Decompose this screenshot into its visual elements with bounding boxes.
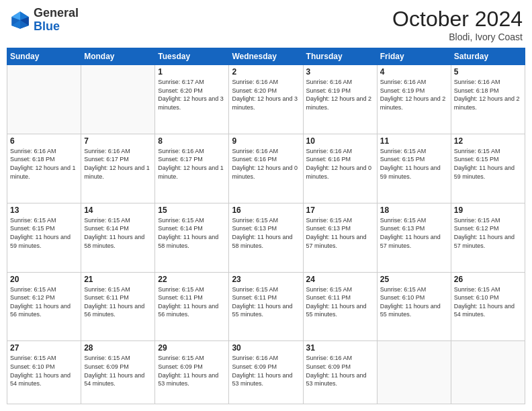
day-info: Sunrise: 6:15 AM Sunset: 6:10 PM Dayligh… [454, 285, 522, 319]
day-number: 9 [232, 136, 300, 146]
day-info: Sunrise: 6:15 AM Sunset: 6:11 PM Dayligh… [158, 285, 226, 319]
calendar-cell: 24Sunrise: 6:15 AM Sunset: 6:11 PM Dayli… [303, 272, 377, 341]
day-info: Sunrise: 6:15 AM Sunset: 6:13 PM Dayligh… [380, 216, 448, 250]
calendar-cell: 3Sunrise: 6:16 AM Sunset: 6:19 PM Daylig… [303, 65, 377, 134]
day-info: Sunrise: 6:15 AM Sunset: 6:15 PM Dayligh… [454, 147, 522, 181]
day-info: Sunrise: 6:15 AM Sunset: 6:14 PM Dayligh… [84, 216, 152, 250]
week-row-1: 1Sunrise: 6:17 AM Sunset: 6:20 PM Daylig… [7, 65, 525, 134]
header-tuesday: Tuesday [155, 48, 229, 65]
day-info: Sunrise: 6:15 AM Sunset: 6:15 PM Dayligh… [10, 216, 78, 250]
calendar-cell: 23Sunrise: 6:15 AM Sunset: 6:11 PM Dayli… [229, 272, 303, 341]
day-info: Sunrise: 6:16 AM Sunset: 6:20 PM Dayligh… [232, 78, 300, 111]
day-number: 5 [454, 67, 522, 77]
day-number: 17 [306, 205, 374, 215]
day-info: Sunrise: 6:15 AM Sunset: 6:14 PM Dayligh… [158, 216, 226, 250]
calendar-cell: 26Sunrise: 6:15 AM Sunset: 6:10 PM Dayli… [451, 272, 525, 341]
calendar-cell: 5Sunrise: 6:16 AM Sunset: 6:18 PM Daylig… [451, 65, 525, 134]
calendar-cell: 9Sunrise: 6:16 AM Sunset: 6:16 PM Daylig… [229, 134, 303, 203]
week-row-5: 27Sunrise: 6:15 AM Sunset: 6:10 PM Dayli… [7, 341, 525, 404]
calendar-cell: 17Sunrise: 6:15 AM Sunset: 6:13 PM Dayli… [303, 203, 377, 272]
calendar-cell [451, 341, 525, 404]
day-number: 1 [158, 67, 226, 77]
day-number: 30 [232, 343, 300, 353]
day-number: 26 [454, 275, 522, 284]
day-info: Sunrise: 6:16 AM Sunset: 6:17 PM Dayligh… [158, 147, 226, 181]
logo: General Blue [9, 7, 79, 34]
calendar-cell: 27Sunrise: 6:15 AM Sunset: 6:10 PM Dayli… [7, 341, 81, 404]
weekday-header-row: Sunday Monday Tuesday Wednesday Thursday… [7, 48, 525, 65]
calendar-cell: 1Sunrise: 6:17 AM Sunset: 6:20 PM Daylig… [155, 65, 229, 134]
day-info: Sunrise: 6:16 AM Sunset: 6:17 PM Dayligh… [84, 147, 152, 181]
header: General Blue October 2024 Blodi, Ivory C… [7, 7, 525, 42]
day-number: 22 [158, 275, 226, 284]
calendar-cell: 21Sunrise: 6:15 AM Sunset: 6:11 PM Dayli… [81, 272, 155, 341]
day-info: Sunrise: 6:15 AM Sunset: 6:10 PM Dayligh… [10, 354, 78, 387]
calendar-cell: 12Sunrise: 6:15 AM Sunset: 6:15 PM Dayli… [451, 134, 525, 203]
day-info: Sunrise: 6:15 AM Sunset: 6:12 PM Dayligh… [10, 285, 78, 319]
week-row-2: 6Sunrise: 6:16 AM Sunset: 6:18 PM Daylig… [7, 134, 525, 203]
calendar-cell: 29Sunrise: 6:15 AM Sunset: 6:09 PM Dayli… [155, 341, 229, 404]
header-sunday: Sunday [7, 48, 81, 65]
calendar-cell: 20Sunrise: 6:15 AM Sunset: 6:12 PM Dayli… [7, 272, 81, 341]
calendar-cell: 6Sunrise: 6:16 AM Sunset: 6:18 PM Daylig… [7, 134, 81, 203]
day-number: 4 [380, 67, 448, 77]
location: Blodi, Ivory Coast [392, 32, 523, 42]
calendar-cell: 11Sunrise: 6:15 AM Sunset: 6:15 PM Dayli… [377, 134, 451, 203]
day-info: Sunrise: 6:16 AM Sunset: 6:09 PM Dayligh… [306, 354, 374, 387]
calendar-cell: 8Sunrise: 6:16 AM Sunset: 6:17 PM Daylig… [155, 134, 229, 203]
logo-icon [9, 9, 31, 31]
calendar-cell: 25Sunrise: 6:15 AM Sunset: 6:10 PM Dayli… [377, 272, 451, 341]
calendar-cell [81, 65, 155, 134]
day-number: 12 [454, 136, 522, 146]
day-info: Sunrise: 6:16 AM Sunset: 6:19 PM Dayligh… [306, 78, 374, 111]
day-info: Sunrise: 6:15 AM Sunset: 6:09 PM Dayligh… [158, 354, 226, 387]
day-info: Sunrise: 6:15 AM Sunset: 6:11 PM Dayligh… [84, 285, 152, 319]
day-number: 27 [10, 343, 78, 353]
day-number: 31 [306, 343, 374, 353]
day-number: 21 [84, 275, 152, 284]
calendar-cell: 30Sunrise: 6:16 AM Sunset: 6:09 PM Dayli… [229, 341, 303, 404]
day-info: Sunrise: 6:15 AM Sunset: 6:11 PM Dayligh… [232, 285, 300, 319]
calendar-cell [377, 341, 451, 404]
day-info: Sunrise: 6:16 AM Sunset: 6:18 PM Dayligh… [454, 78, 522, 111]
title-block: October 2024 Blodi, Ivory Coast [392, 7, 523, 42]
calendar-cell: 22Sunrise: 6:15 AM Sunset: 6:11 PM Dayli… [155, 272, 229, 341]
day-info: Sunrise: 6:16 AM Sunset: 6:19 PM Dayligh… [380, 78, 448, 111]
header-monday: Monday [81, 48, 155, 65]
calendar-cell: 7Sunrise: 6:16 AM Sunset: 6:17 PM Daylig… [81, 134, 155, 203]
calendar-cell: 31Sunrise: 6:16 AM Sunset: 6:09 PM Dayli… [303, 341, 377, 404]
header-friday: Friday [377, 48, 451, 65]
calendar-cell: 15Sunrise: 6:15 AM Sunset: 6:14 PM Dayli… [155, 203, 229, 272]
week-row-3: 13Sunrise: 6:15 AM Sunset: 6:15 PM Dayli… [7, 203, 525, 272]
day-info: Sunrise: 6:15 AM Sunset: 6:12 PM Dayligh… [454, 216, 522, 250]
calendar-cell: 10Sunrise: 6:16 AM Sunset: 6:16 PM Dayli… [303, 134, 377, 203]
day-number: 3 [306, 67, 374, 77]
day-number: 2 [232, 67, 300, 77]
day-number: 25 [380, 275, 448, 284]
day-number: 15 [158, 205, 226, 215]
day-number: 14 [84, 205, 152, 215]
day-info: Sunrise: 6:16 AM Sunset: 6:16 PM Dayligh… [306, 147, 374, 181]
week-row-4: 20Sunrise: 6:15 AM Sunset: 6:12 PM Dayli… [7, 272, 525, 341]
logo-text: General Blue [34, 7, 79, 34]
calendar-cell [7, 65, 81, 134]
day-number: 6 [10, 136, 78, 146]
calendar-cell: 14Sunrise: 6:15 AM Sunset: 6:14 PM Dayli… [81, 203, 155, 272]
calendar-cell: 18Sunrise: 6:15 AM Sunset: 6:13 PM Dayli… [377, 203, 451, 272]
logo-general: General [34, 6, 79, 19]
day-info: Sunrise: 6:15 AM Sunset: 6:15 PM Dayligh… [380, 147, 448, 181]
day-number: 16 [232, 205, 300, 215]
calendar-cell: 16Sunrise: 6:15 AM Sunset: 6:13 PM Dayli… [229, 203, 303, 272]
day-number: 23 [232, 275, 300, 284]
day-number: 20 [10, 275, 78, 284]
calendar-cell: 13Sunrise: 6:15 AM Sunset: 6:15 PM Dayli… [7, 203, 81, 272]
day-info: Sunrise: 6:15 AM Sunset: 6:10 PM Dayligh… [380, 285, 448, 319]
day-number: 10 [306, 136, 374, 146]
header-saturday: Saturday [451, 48, 525, 65]
calendar-cell: 28Sunrise: 6:15 AM Sunset: 6:09 PM Dayli… [81, 341, 155, 404]
calendar-cell: 19Sunrise: 6:15 AM Sunset: 6:12 PM Dayli… [451, 203, 525, 272]
day-info: Sunrise: 6:15 AM Sunset: 6:13 PM Dayligh… [232, 216, 300, 250]
page: General Blue October 2024 Blodi, Ivory C… [0, 0, 532, 411]
day-info: Sunrise: 6:15 AM Sunset: 6:11 PM Dayligh… [306, 285, 374, 319]
day-number: 29 [158, 343, 226, 353]
